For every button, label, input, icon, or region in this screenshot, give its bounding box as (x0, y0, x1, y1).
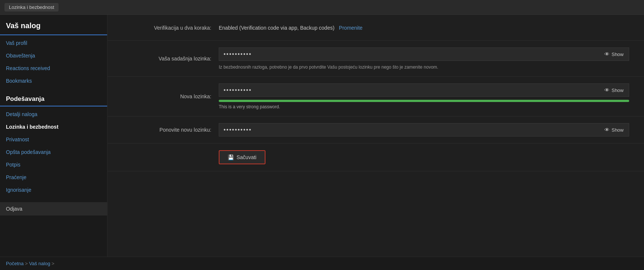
sidebar-item-bookmarks[interactable]: Bookmarks (0, 75, 107, 87)
current-password-wrapper: 👁 Show (219, 47, 629, 61)
new-password-row: Nova lozinka: 👁 Show This is a very stro… (108, 77, 644, 116)
two-factor-inline: Enabled (Verification code via app, Back… (219, 25, 629, 31)
repeat-password-label: Ponovite novu lozinku: (122, 127, 219, 133)
current-password-label: Vaša sadašnja lozinka: (122, 56, 219, 62)
sidebar-item-general[interactable]: Opšta podešavanja (0, 146, 107, 158)
sidebar-account-section: Vaš nalog (0, 15, 107, 35)
breadcrumb: Početna > Vaš nalog > (0, 257, 644, 270)
sidebar-item-reactions[interactable]: Reactions received (0, 62, 107, 75)
eye-icon-3: 👁 (604, 127, 610, 133)
sidebar-item-signature[interactable]: Potpis (0, 158, 107, 171)
two-factor-change-link[interactable]: Promenite (339, 25, 363, 31)
sidebar-item-notifications[interactable]: Obaveštenja (0, 49, 107, 62)
save-label: Sačuvati (237, 154, 257, 160)
eye-icon-2: 👁 (604, 87, 610, 93)
save-icon: 💾 (228, 154, 234, 160)
sidebar-settings-section: Podešavanja (0, 90, 107, 106)
new-password-input[interactable] (219, 83, 599, 97)
breadcrumb-home[interactable]: Početna (6, 261, 24, 266)
new-password-content: 👁 Show This is a very strong password. (219, 83, 629, 109)
password-strength-bar (219, 100, 629, 102)
logout-button[interactable]: Odjava (0, 202, 107, 215)
two-factor-row: Verifikacija u dva koraka: Enabled (Veri… (108, 15, 644, 41)
current-password-input[interactable] (219, 47, 599, 61)
content-area: Verifikacija u dva koraka: Enabled (Veri… (108, 15, 644, 257)
new-password-wrapper: 👁 Show (219, 83, 629, 97)
top-bar-title: Lozinka i bezbednost (4, 3, 59, 11)
two-factor-value: Enabled (Verification code via app, Back… (219, 25, 334, 31)
strength-text: This is a very strong password. (219, 104, 629, 109)
sidebar-item-following[interactable]: Praćenje (0, 171, 107, 184)
breadcrumb-separator-1: > (25, 261, 28, 266)
current-password-row: Vaša sadašnja lozinka: 👁 Show Iz bezbedn… (108, 41, 644, 77)
breadcrumb-separator-2: > (52, 261, 55, 266)
sidebar-item-profile[interactable]: Vaš profil (0, 37, 107, 49)
sidebar-item-privacy[interactable]: Privatnost (0, 133, 107, 146)
repeat-password-content: 👁 Show (219, 123, 629, 136)
two-factor-label: Verifikacija u dva koraka: (122, 25, 219, 31)
current-password-content: 👁 Show Iz bezbednosnih razloga, potrebno… (219, 47, 629, 70)
repeat-password-show-button[interactable]: 👁 Show (599, 123, 629, 136)
current-password-show-button[interactable]: 👁 Show (599, 47, 629, 61)
save-row: 💾 Sačuvati (108, 144, 644, 171)
eye-icon: 👁 (604, 51, 610, 57)
sidebar-item-ignore[interactable]: Ignorisanje (0, 184, 107, 196)
sidebar-item-account-details[interactable]: Detalji naloga (0, 108, 107, 121)
show-label-2: Show (611, 88, 624, 93)
new-password-show-button[interactable]: 👁 Show (599, 83, 629, 97)
top-bar: Lozinka i bezbednost (0, 0, 644, 15)
repeat-password-row: Ponovite novu lozinku: 👁 Show (108, 116, 644, 144)
two-factor-content: Enabled (Verification code via app, Back… (219, 25, 629, 31)
breadcrumb-account[interactable]: Vaš nalog (29, 261, 50, 266)
repeat-password-wrapper: 👁 Show (219, 123, 629, 136)
current-password-hint: Iz bezbednosnih razloga, potrebno je da … (219, 65, 629, 70)
show-label: Show (611, 52, 624, 57)
repeat-password-input[interactable] (219, 123, 599, 136)
sidebar: Vaš nalog Vaš profil Obaveštenja Reactio… (0, 15, 108, 257)
new-password-label: Nova lozinka: (122, 93, 219, 99)
save-button[interactable]: 💾 Sačuvati (219, 150, 265, 164)
sidebar-item-password[interactable]: Lozinka i bezbednost (0, 121, 107, 133)
show-label-3: Show (611, 127, 624, 133)
